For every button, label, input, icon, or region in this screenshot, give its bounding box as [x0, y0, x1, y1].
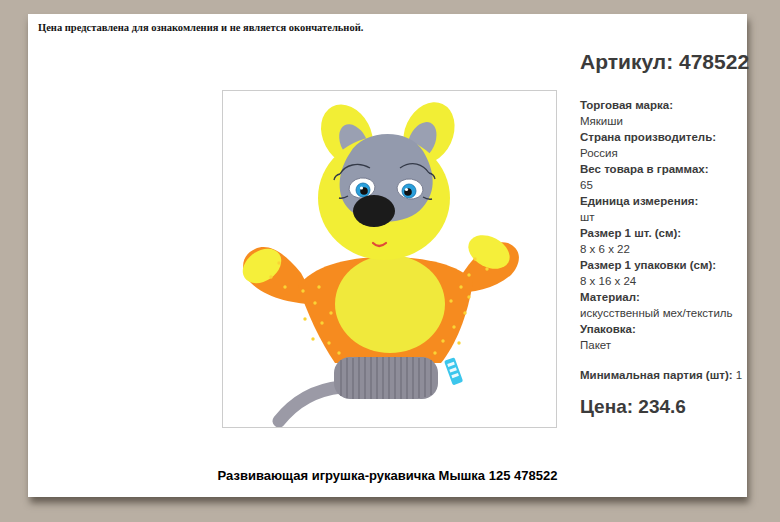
catalog-sheet: Цена представлена для ознакомления и не … [28, 14, 747, 497]
product-title: Развивающая игрушка-рукавичка Мышка 125 … [28, 468, 747, 483]
minimum-order: Минимальная партия (шт): 1 [580, 367, 752, 383]
price-disclaimer: Цена представлена для ознакомления и не … [38, 22, 363, 33]
puppet-nose [353, 195, 395, 227]
detail-label: Материал: [580, 289, 752, 305]
product-details-list: Торговая марка: Мякиши Страна производит… [580, 97, 752, 353]
detail-value: шт [580, 209, 752, 225]
brand-tag [444, 357, 463, 385]
detail-label: Упаковка: [580, 321, 752, 337]
detail-label: Размер 1 упаковки (см): [580, 257, 752, 273]
puppet-body [269, 255, 488, 363]
detail-value: Пакет [580, 337, 752, 353]
detail-label: Единица измерения: [580, 193, 752, 209]
puppet-tail [279, 387, 341, 421]
puppet-cuff [334, 357, 438, 399]
detail-value: искусственный мех/текстиль [580, 305, 752, 321]
price: Цена: 234.6 [580, 396, 752, 418]
detail-value: 8 х 6 х 22 [580, 241, 752, 257]
detail-label: Размер 1 шт. (см): [580, 225, 752, 241]
detail-value: 65 [580, 177, 752, 193]
detail-value: Мякиши [580, 113, 752, 129]
mouse-puppet-illustration [223, 91, 556, 427]
detail-label: Страна производитель: [580, 129, 752, 145]
detail-value: 8 х 16 х 24 [580, 273, 752, 289]
article-number: Артикул: 478522 [580, 50, 752, 74]
product-photo [222, 90, 557, 428]
minimum-order-value: 1 [736, 369, 742, 381]
detail-value: Россия [580, 145, 752, 161]
minimum-order-label: Минимальная партия (шт): [580, 369, 733, 381]
detail-label: Вес товара в граммах: [580, 161, 752, 177]
detail-label: Торговая марка: [580, 97, 752, 113]
belly-patch [335, 255, 445, 353]
product-info-panel: Артикул: 478522 Торговая марка: Мякиши С… [580, 50, 752, 418]
